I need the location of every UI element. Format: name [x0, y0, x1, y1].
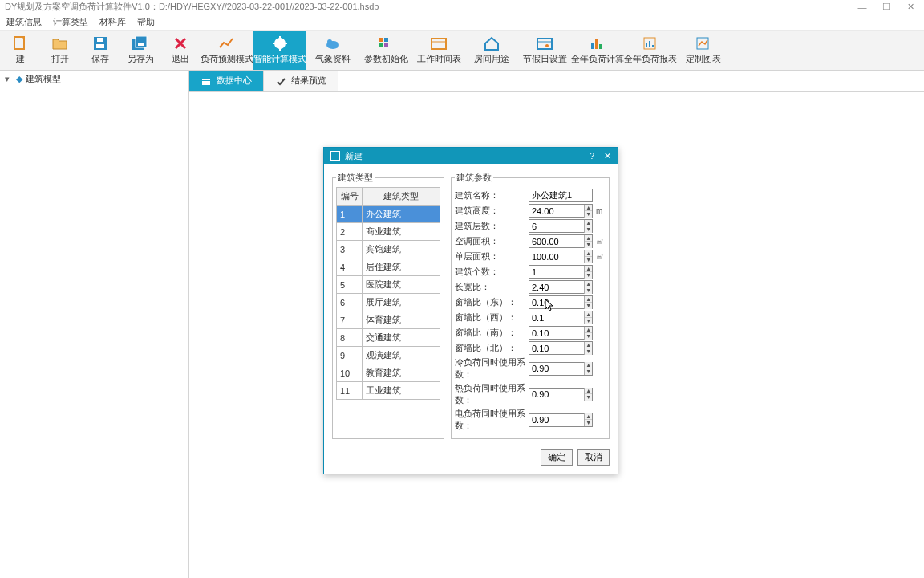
param-input[interactable]: [529, 281, 584, 293]
spin-down-icon[interactable]: ▼: [585, 394, 592, 401]
toolbar-year-calc[interactable]: 全年负荷计算: [571, 31, 624, 70]
toolbar-open[interactable]: 打开: [40, 31, 80, 70]
menu-help[interactable]: 帮助: [137, 16, 155, 28]
table-row[interactable]: 3宾馆建筑: [337, 241, 440, 258]
table-row[interactable]: 1办公建筑: [337, 206, 440, 223]
table-row[interactable]: 8交通建筑: [337, 329, 440, 347]
spinner[interactable]: ▲▼: [584, 388, 592, 401]
save-icon: [91, 35, 110, 51]
dialog-titlebar[interactable]: 新建 ? ✕: [324, 148, 618, 164]
spin-down-icon[interactable]: ▼: [585, 226, 592, 233]
toolbar-save[interactable]: 保存: [80, 31, 120, 70]
spinner[interactable]: ▲▼: [584, 250, 592, 263]
toolbar-init-params[interactable]: 参数初始化: [359, 31, 412, 70]
spin-down-icon[interactable]: ▼: [585, 368, 592, 375]
spin-up-icon[interactable]: ▲: [585, 205, 592, 211]
toolbar-exit[interactable]: 退出: [160, 31, 201, 70]
table-row[interactable]: 11工业建筑: [337, 382, 440, 400]
table-row[interactable]: 2商业建筑: [337, 223, 440, 241]
cancel-button[interactable]: 取消: [578, 449, 610, 466]
param-input[interactable]: [529, 189, 592, 201]
table-row[interactable]: 4居住建筑: [337, 258, 440, 276]
spinner[interactable]: ▲▼: [584, 235, 592, 248]
param-input[interactable]: [529, 266, 584, 278]
table-row[interactable]: 6展厅建筑: [337, 294, 440, 311]
param-input[interactable]: [529, 220, 584, 232]
table-row[interactable]: 10教育建筑: [337, 364, 440, 382]
spin-up-icon[interactable]: ▲: [585, 362, 592, 368]
menu-calc-type[interactable]: 计算类型: [53, 16, 88, 28]
toolbar-work-schedule[interactable]: 工作时间表: [412, 31, 465, 70]
spinner[interactable]: ▲▼: [584, 266, 592, 279]
dialog-close-button[interactable]: ✕: [604, 151, 611, 161]
spinner[interactable]: ▲▼: [584, 327, 592, 340]
spin-up-icon[interactable]: ▲: [585, 235, 592, 242]
spinner[interactable]: ▲▼: [584, 311, 592, 324]
spin-down-icon[interactable]: ▼: [585, 333, 592, 340]
spin-up-icon[interactable]: ▲: [585, 220, 592, 226]
spinner[interactable]: ▲▼: [584, 205, 592, 218]
toolbar-mode-smart[interactable]: 智能计算模式: [253, 31, 306, 70]
param-input[interactable]: [529, 327, 584, 339]
table-row[interactable]: 9观演建筑: [337, 347, 440, 364]
toolbar-weather[interactable]: 气象资料: [306, 31, 359, 70]
param-input[interactable]: [529, 311, 584, 324]
spin-up-icon[interactable]: ▲: [585, 250, 592, 257]
spinner[interactable]: ▲▼: [584, 342, 592, 355]
svg-rect-28: [202, 81, 210, 83]
menu-building-info[interactable]: 建筑信息: [6, 16, 42, 28]
dialog-help-button[interactable]: ?: [590, 151, 594, 161]
spin-up-icon[interactable]: ▲: [585, 281, 592, 287]
spin-down-icon[interactable]: ▼: [585, 287, 592, 294]
toolbar-mode-forecast[interactable]: 负荷预测模式: [201, 31, 253, 70]
param-input[interactable]: [529, 205, 584, 217]
close-button[interactable]: ✕: [905, 2, 916, 13]
spinner[interactable]: ▲▼: [584, 362, 592, 375]
spin-down-icon[interactable]: ▼: [585, 420, 592, 426]
cell-type: 观演建筑: [363, 347, 440, 364]
maximize-button[interactable]: ☐: [881, 2, 892, 13]
table-row[interactable]: 7体育建筑: [337, 311, 440, 329]
spin-down-icon[interactable]: ▼: [585, 272, 592, 279]
spin-up-icon[interactable]: ▲: [585, 311, 592, 318]
ok-button[interactable]: 确定: [541, 449, 573, 466]
cell-id: 7: [337, 311, 363, 329]
spinner[interactable]: ▲▼: [584, 281, 592, 294]
param-input[interactable]: [529, 389, 584, 401]
spin-down-icon[interactable]: ▼: [585, 348, 592, 355]
spin-up-icon[interactable]: ▲: [585, 266, 592, 272]
menu-materials[interactable]: 材料库: [99, 16, 126, 28]
spinner[interactable]: ▲▼: [584, 220, 592, 233]
spin-down-icon[interactable]: ▼: [585, 257, 592, 263]
toolbar-year-report[interactable]: 全年负荷报表: [624, 31, 677, 70]
table-row[interactable]: 5医院建筑: [337, 276, 440, 294]
tab-1[interactable]: 结果预览: [264, 71, 338, 91]
spin-down-icon[interactable]: ▼: [585, 318, 592, 324]
spin-up-icon[interactable]: ▲: [585, 388, 592, 394]
param-input[interactable]: [529, 363, 584, 375]
spinner[interactable]: ▲▼: [584, 413, 592, 426]
tree-root[interactable]: ▾ ◆ 建筑模型: [3, 72, 185, 86]
toolbar-saveas[interactable]: 另存为: [120, 31, 160, 70]
spin-up-icon[interactable]: ▲: [585, 296, 592, 303]
toolbar-room-use[interactable]: 房间用途: [465, 31, 518, 70]
spin-up-icon[interactable]: ▲: [585, 327, 592, 333]
collapse-icon[interactable]: ▾: [5, 74, 13, 84]
building-type-table[interactable]: 编号 建筑类型 1办公建筑2商业建筑3宾馆建筑4居住建筑5医院建筑6展厅建筑7体…: [336, 187, 440, 400]
toolbar-holiday[interactable]: 节假日设置: [518, 31, 571, 70]
minimize-button[interactable]: —: [857, 2, 868, 13]
spin-up-icon[interactable]: ▲: [585, 413, 592, 420]
param-input[interactable]: [529, 235, 584, 247]
param-input[interactable]: [529, 250, 584, 263]
spinner[interactable]: ▲▼: [584, 296, 592, 309]
spin-down-icon[interactable]: ▼: [585, 211, 592, 218]
spin-up-icon[interactable]: ▲: [585, 342, 592, 348]
toolbar-new[interactable]: 建: [0, 31, 40, 70]
toolbar-custom-chart[interactable]: 定制图表: [677, 31, 730, 70]
param-input[interactable]: [529, 296, 584, 308]
spin-down-icon[interactable]: ▼: [585, 303, 592, 309]
spin-down-icon[interactable]: ▼: [585, 242, 592, 248]
param-input[interactable]: [529, 414, 584, 426]
param-input[interactable]: [529, 342, 584, 354]
tab-0[interactable]: 数据中心: [189, 71, 264, 91]
